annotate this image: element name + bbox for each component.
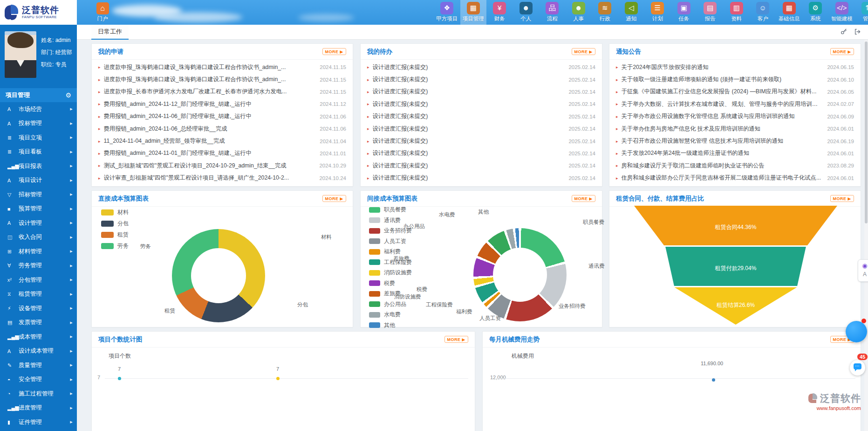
topbar-app-item[interactable]: </> 智能建模 (829, 0, 855, 25)
legend-item[interactable]: 职员餐费 (369, 206, 412, 214)
more-button[interactable]: MORE ▶ (322, 195, 346, 202)
sidebar-menu-item[interactable]: ⊞ 材料管理 (0, 244, 77, 259)
topbar-app-item[interactable]: 品 流程 (539, 0, 566, 25)
sidebar-menu-item[interactable]: ✎ 质量管理 (0, 358, 77, 373)
notice-list-item[interactable]: ▸ 关于2024年国庆节放假安排的通知 2024.06.15 (616, 61, 854, 73)
topbar-app-item[interactable]: ▣ 任务 (671, 0, 697, 25)
todo-list-item[interactable]: ▸ 设计进度汇报(未提交) 2025.02.14 (367, 123, 595, 135)
qq-contact-button[interactable] (846, 321, 867, 342)
chat-button[interactable] (850, 360, 865, 375)
topbar-app-item[interactable]: ☻ 个人 (513, 0, 540, 25)
legend-item[interactable]: 材料 (101, 209, 129, 216)
sidebar-menu-item[interactable]: x² 分包管理 (0, 273, 77, 287)
topbar-app-item[interactable]: ☻ 人事 (566, 0, 592, 25)
sidebar-menu-item[interactable]: ≣ 项目看板 (0, 145, 77, 160)
sidebar-menu-item[interactable]: ▂▄▆ 成本管理 (0, 330, 77, 344)
rental-funnel-chart[interactable]: 租赁合同44.36%租赁付款29.04%租赁结算26.6% (634, 206, 837, 325)
request-list-item[interactable]: ▸ 进度款申报_珠海鹤港口建设_珠海鹤港口建设工程合作协议书_admin_...… (98, 61, 346, 73)
sidebar-menu-item[interactable]: ⚡ 设备管理 (0, 301, 77, 316)
notice-list-item[interactable]: ▸ 关于举办住房与房地产信息化 技术及应用培训班的通知 2024.06.01 (616, 123, 854, 135)
edge-widget[interactable]: ◉ A (858, 259, 868, 282)
notice-list-item[interactable]: ▸ 住房和城乡建设部办公厅关于同意吉林省开展二级建造师注册证书电子化试点... … (616, 172, 854, 184)
topbar-app-item[interactable]: ◁ 通知 (618, 0, 645, 25)
notice-list-item[interactable]: ▸ 关于领取一级注册建造师增项贴的通知 (须持一建证书前来领取) 2024.06… (616, 73, 854, 85)
sidebar-menu-item[interactable]: ◔ 施工过程管理 (0, 387, 77, 401)
request-list-item[interactable]: ▸ 费用报销_admin_2024-11-12_部门经理审批_胡建,_运行中 2… (98, 98, 346, 110)
notice-list-item[interactable]: ▸ 关于发放2024年第24批一级建造师注册证书的通知 2024.06.01 (616, 147, 854, 160)
more-button[interactable]: MORE ▶ (572, 195, 595, 202)
request-list-item[interactable]: ▸ 测试_彭祖新城"四馆"景观工程设计项目_2024-10-29_admin_结… (98, 160, 346, 172)
request-list-item[interactable]: ▸ 费用报销_admin_2024-11-06_总经理审批__完成 2024.1… (98, 123, 346, 135)
todo-list-item[interactable]: ▸ 设计进度汇报(未提交) 2025.02.14 (367, 61, 595, 73)
notice-list-item[interactable]: ▸ 房和城乡建设厅关于取消二级建造师临时执业证书的公告 2023.08.29 (616, 160, 854, 172)
todo-list-item[interactable]: ▸ 设计进度汇报(未提交) 2025.02.14 (367, 111, 595, 123)
sidebar-menu-item[interactable]: ◓ 安全管理 (0, 373, 77, 387)
legend-item[interactable]: 分包 (101, 220, 129, 228)
legend-item[interactable]: 租赁 (101, 231, 129, 239)
sidebar-menu-item[interactable]: ∀ 劳务管理 (0, 259, 77, 273)
more-button[interactable]: MORE ▶ (444, 336, 468, 343)
todo-list-item[interactable]: ▸ 设计进度汇报(未提交) 2025.02.14 (367, 172, 595, 184)
request-list-item[interactable]: ▸ 费用报销_admin_2024-11-01_部门经理审批_胡建,_运行中 2… (98, 147, 346, 160)
request-list-item[interactable]: ▸ 费用报销_admin_2024-11-06_部门经理审批_胡建,_运行中 2… (98, 111, 346, 123)
sidebar-menu-item[interactable]: ▂▄▆ 项目报表 (0, 159, 77, 174)
sidebar-menu-item[interactable]: ▮ 证件管理 (0, 415, 77, 430)
request-list-item[interactable]: ▸ 11_2024-11-04_admin_经营部_领导审批__完成 2024.… (98, 135, 346, 147)
sidebar-menu-item[interactable]: ≣ 项目立项 (0, 131, 77, 145)
sidebar-menu-item[interactable]: ◫ 收入合同 (0, 230, 77, 245)
legend-item[interactable]: 消防设施费 (369, 269, 412, 277)
topbar-app-item[interactable]: ▥ 资料 (724, 0, 750, 25)
notice-list-item[interactable]: ▸ 于征集《中国建筑施工行业信息化发展报告 (2024) —BIM应用与发展》材… (616, 86, 854, 98)
sidebar-menu-item[interactable]: A 设计管理 (0, 216, 77, 230)
legend-item[interactable]: 福利费 (369, 248, 412, 256)
todo-list-item[interactable]: ▸ 设计进度汇报(未提交) 2025.02.14 (367, 73, 595, 85)
request-list-item[interactable]: ▸ 进度款申报_长春市伊通河水力发电厂改建工程_长春市伊通河水力发电... 20… (98, 86, 346, 98)
sidebar-menu-item[interactable]: A 市场经营 (0, 102, 77, 117)
sidebar-menu-item[interactable]: ▽ 招标管理 (0, 188, 77, 202)
todo-list-item[interactable]: ▸ 设计进度汇报(未提交) 2025.02.14 (367, 135, 595, 147)
sidebar-menu-item[interactable]: ■ 预算管理 (0, 202, 77, 216)
topbar-app-item[interactable]: ≋ 行政 (592, 0, 618, 25)
legend-item[interactable]: 办公用品 (369, 300, 412, 308)
sidebar-menu-item[interactable]: ▤ 发票管理 (0, 316, 77, 330)
topbar-app-item[interactable]: ☰ 计划 (644, 0, 671, 25)
topbar-app-item[interactable]: ☺ 客户 (750, 0, 776, 25)
indirect-cost-donut-chart[interactable] (473, 228, 567, 321)
direct-cost-donut-chart[interactable] (172, 229, 265, 322)
scrollbar[interactable] (864, 40, 868, 431)
more-button[interactable]: MORE ▶ (830, 195, 854, 202)
topbar-app-item[interactable]: ▦ 项目管理 (460, 0, 487, 25)
legend-item[interactable]: 人员工资 (369, 237, 412, 245)
topbar-app-item[interactable]: ¥ 财务 (486, 0, 513, 25)
sidebar-menu-item[interactable]: A 项目设计 (0, 174, 77, 188)
todo-list-item[interactable]: ▸ 设计进度汇报(未提交) 2025.02.14 (367, 147, 595, 160)
tab-daily-work[interactable]: 日常工作 (91, 25, 129, 40)
notice-list-item[interactable]: ▸ 关于召开市政公用设施智慧化管理 信息技术与应用培训班的通知 2024.06.… (616, 135, 854, 147)
more-button[interactable]: MORE ▶ (322, 48, 346, 55)
request-list-item[interactable]: ▸ 设计审查_彭祖新城"四馆"景观工程设计项目_请选择_胡广生_2024-10-… (98, 172, 346, 184)
sidebar-menu-item[interactable]: ⧖ 租赁管理 (0, 287, 77, 302)
todo-list-item[interactable]: ▸ 设计进度汇报(未提交) 2025.02.14 (367, 98, 595, 110)
topbar-app-item[interactable]: ▤ 报告 (697, 0, 724, 25)
key-icon[interactable] (840, 28, 848, 36)
legend-item[interactable]: 劳务 (101, 242, 129, 250)
topbar-app-item[interactable]: ▦ 基础信息 (776, 0, 803, 25)
topbar-app-item[interactable]: ⚙ 系统 (802, 0, 829, 25)
more-button[interactable]: MORE ▶ (572, 48, 595, 55)
notice-list-item[interactable]: ▸ 关于举办大数据、云计算技术在城市建设、 规划、管理与服务中的应用培训班...… (616, 98, 854, 110)
topbar-app-item[interactable]: ⇅ 管理 (855, 0, 868, 25)
todo-list-item[interactable]: ▸ 设计进度汇报(未提交) 2025.02.14 (367, 160, 595, 172)
scrollbar-thumb[interactable] (865, 42, 868, 223)
request-list-item[interactable]: ▸ 进度款申报_珠海鹤港口建设_珠海鹤港口建设工程合作协议书_admin_...… (98, 73, 346, 85)
sidebar-menu-item[interactable]: ▂▄▆ 进度管理 (0, 401, 77, 416)
sidebar-menu-item[interactable]: A 设计成本管理 (0, 344, 77, 359)
gear-icon[interactable]: ⚙ (65, 88, 71, 102)
legend-item[interactable]: 其他 (369, 321, 412, 329)
more-button[interactable]: MORE ▶ (830, 48, 854, 55)
portal-button[interactable]: ⌂ 门户 (91, 2, 114, 22)
sidebar-menu-item[interactable]: A 投标管理 (0, 117, 77, 131)
legend-item[interactable]: 税费 (369, 279, 412, 287)
logout-icon[interactable] (854, 28, 862, 36)
topbar-app-item[interactable]: ❖ 甲方项目 (434, 0, 460, 25)
legend-item[interactable]: 水电费 (369, 311, 412, 319)
